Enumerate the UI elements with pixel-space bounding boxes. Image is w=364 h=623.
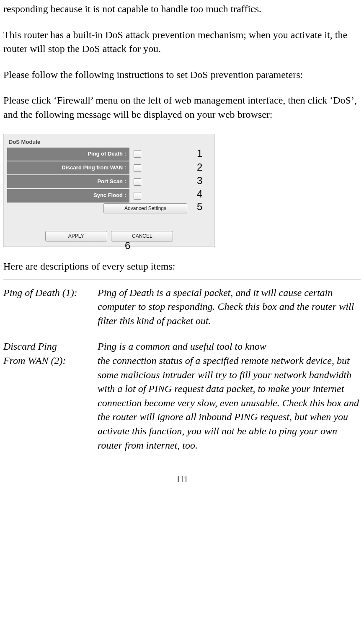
term-ping-of-death: Ping of Death (1): [3, 286, 98, 328]
text-ping-of-death: Ping of Death is a special packet, and i… [98, 286, 361, 328]
description-row-ping-of-death: Ping of Death (1): Ping of Death is a sp… [3, 286, 361, 328]
descriptions-intro: Here are descriptions of every setup ite… [3, 260, 361, 274]
para-2: Please follow the following instructions… [3, 68, 361, 82]
checkbox-port-scan[interactable] [134, 178, 141, 186]
callout-3: 3 [197, 174, 202, 188]
text-discard-ping-a: Ping is a common and useful tool to know [98, 340, 361, 354]
dos-module-panel: DoS Module Ping of Death : Discard Ping … [3, 134, 215, 247]
para-3: Please click ‘Firewall’ menu on the left… [3, 93, 361, 122]
descriptions-table: Ping of Death (1): Ping of Death is a sp… [3, 286, 361, 453]
apply-button[interactable]: APPLY [45, 231, 107, 241]
text-discard-ping-b: the connection status of a specified rem… [98, 354, 361, 452]
cancel-button[interactable]: CANCEL [111, 231, 173, 241]
label-discard-ping-wan: Discard Ping from WAN : [7, 161, 129, 174]
term-discard-ping-b: From WAN (2): [3, 354, 98, 452]
page-number: 111 [3, 473, 361, 485]
para-1: This router has a built-in DoS attack pr… [3, 28, 361, 56]
row-port-scan: Port Scan : [7, 175, 211, 188]
para-0: responding because it is not capable to … [3, 2, 361, 16]
divider [3, 280, 361, 280]
label-ping-of-death: Ping of Death : [7, 148, 129, 161]
callout-4: 4 [197, 187, 202, 201]
callout-6: 6 [125, 239, 130, 253]
description-row-discard-ping-b: From WAN (2): the connection status of a… [3, 354, 361, 452]
row-ping-of-death: Ping of Death : [7, 148, 211, 161]
checkbox-sync-flood[interactable] [134, 192, 141, 200]
label-sync-flood: Sync Flood : [7, 189, 129, 202]
checkbox-discard-ping-wan[interactable] [134, 164, 141, 172]
dos-module-screenshot: DoS Module Ping of Death : Discard Ping … [3, 134, 215, 247]
dos-module-title: DoS Module [7, 138, 211, 147]
description-row-discard-ping-a: Discard Ping Ping is a common and useful… [3, 340, 361, 354]
label-port-scan: Port Scan : [7, 175, 129, 188]
callout-2: 2 [197, 160, 202, 174]
row-discard-ping-wan: Discard Ping from WAN : [7, 161, 211, 174]
row-sync-flood: Sync Flood : [7, 189, 211, 202]
checkbox-ping-of-death[interactable] [134, 150, 141, 158]
callout-1: 1 [197, 146, 202, 161]
advanced-settings-button[interactable]: Advanced Settings [103, 203, 187, 214]
callout-5: 5 [197, 200, 202, 214]
term-discard-ping-a: Discard Ping [3, 340, 98, 354]
